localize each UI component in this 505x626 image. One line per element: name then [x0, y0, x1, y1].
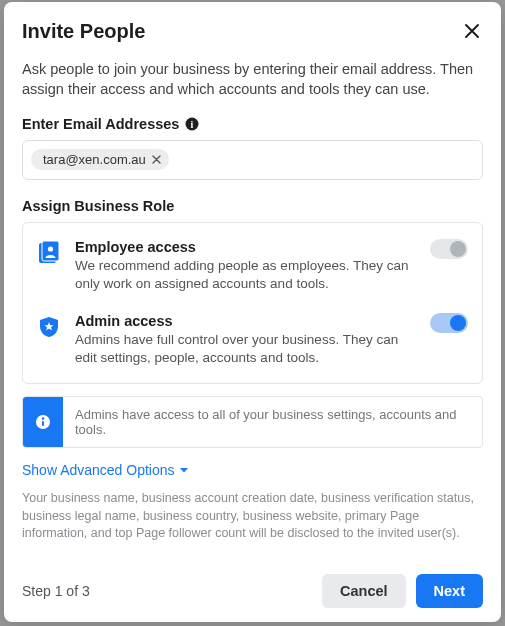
- remove-email-button[interactable]: [152, 153, 161, 167]
- close-button[interactable]: [461, 20, 483, 45]
- employee-access-toggle[interactable]: [430, 239, 468, 259]
- modal-footer: Step 1 of 3 Cancel Next: [22, 562, 483, 608]
- svg-rect-7: [42, 421, 44, 426]
- svg-text:i: i: [191, 118, 194, 129]
- role-employee-body: Employee access We recommend adding peop…: [75, 239, 416, 293]
- toggle-knob: [450, 241, 466, 257]
- email-label-text: Enter Email Addresses: [22, 116, 179, 132]
- info-icon[interactable]: i: [185, 117, 199, 131]
- intro-text: Ask people to join your business by ente…: [22, 59, 483, 100]
- role-employee-title: Employee access: [75, 239, 416, 255]
- close-icon: [152, 155, 161, 164]
- toggle-knob: [450, 315, 466, 331]
- admin-access-toggle[interactable]: [430, 313, 468, 333]
- disclosure-text: Your business name, business account cre…: [22, 490, 483, 543]
- assign-role-label: Assign Business Role: [22, 198, 483, 214]
- role-employee-desc: We recommend adding people as employees.…: [75, 257, 416, 293]
- admin-icon: [37, 315, 61, 343]
- modal-title: Invite People: [22, 20, 145, 43]
- show-advanced-options-button[interactable]: Show Advanced Options: [22, 462, 483, 478]
- role-employee: Employee access We recommend adding peop…: [37, 239, 468, 293]
- employee-icon: [37, 241, 61, 269]
- admin-info-text: Admins have access to all of your busine…: [63, 397, 482, 447]
- email-chip-text: tara@xen.com.au: [43, 152, 146, 167]
- step-indicator: Step 1 of 3: [22, 583, 90, 599]
- role-admin-body: Admin access Admins have full control ov…: [75, 313, 416, 367]
- next-button[interactable]: Next: [416, 574, 483, 608]
- cancel-button[interactable]: Cancel: [322, 574, 406, 608]
- svg-point-4: [48, 246, 53, 251]
- footer-buttons: Cancel Next: [322, 574, 483, 608]
- advanced-options-label: Show Advanced Options: [22, 462, 175, 478]
- caret-down-icon: [179, 467, 189, 474]
- email-input[interactable]: tara@xen.com.au: [22, 140, 483, 180]
- admin-info-bar: Admins have access to all of your busine…: [22, 396, 483, 448]
- modal-header: Invite People: [22, 20, 483, 45]
- roles-panel: Employee access We recommend adding peop…: [22, 222, 483, 385]
- svg-point-6: [42, 418, 45, 421]
- role-admin: Admin access Admins have full control ov…: [37, 313, 468, 367]
- role-admin-desc: Admins have full control over your busin…: [75, 331, 416, 367]
- info-icon: [35, 414, 51, 430]
- info-icon-box: [23, 397, 63, 447]
- email-addresses-label: Enter Email Addresses i: [22, 116, 483, 132]
- email-chip: tara@xen.com.au: [31, 149, 169, 170]
- role-admin-title: Admin access: [75, 313, 416, 329]
- invite-people-modal: Invite People Ask people to join your bu…: [4, 2, 501, 622]
- close-icon: [463, 22, 481, 40]
